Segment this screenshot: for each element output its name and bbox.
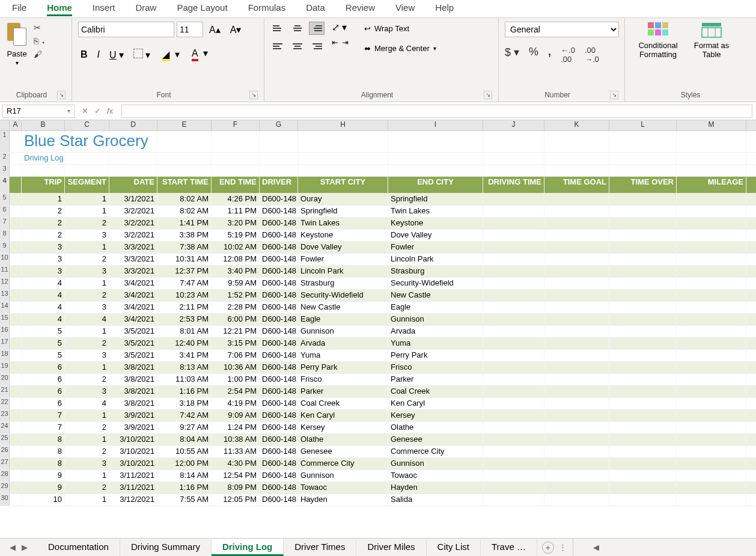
table-row[interactable]: 4TRIPSEGMENTDATESTART TIMEEND TIMEDRIVER… <box>0 177 756 194</box>
cell[interactable]: 8:04 AM <box>157 434 212 445</box>
cell[interactable] <box>609 290 677 301</box>
cell[interactable] <box>544 266 609 277</box>
cell[interactable] <box>10 131 22 152</box>
cell[interactable]: 2 <box>65 338 109 349</box>
cell[interactable]: Springfield <box>388 194 483 205</box>
cell[interactable]: 3:20 PM <box>212 218 260 229</box>
cell[interactable]: 4:26 PM <box>212 194 260 205</box>
cell[interactable] <box>677 410 746 421</box>
cell[interactable]: 3/12/2021 <box>109 494 157 506</box>
table-row[interactable]: 13423/4/202110:23 AM1:52 PMD600-148Secur… <box>0 290 756 302</box>
cell[interactable]: 3/10/2021 <box>109 446 157 457</box>
cell[interactable] <box>609 242 677 253</box>
cell[interactable] <box>260 165 298 176</box>
table-row[interactable]: 21633/8/20211:16 PM2:54 PMD600-148Parker… <box>0 386 756 398</box>
cell[interactable] <box>609 410 677 421</box>
cell[interactable]: 3/3/2021 <box>109 266 157 277</box>
cell[interactable] <box>609 314 677 325</box>
cell[interactable] <box>10 177 22 193</box>
cell[interactable] <box>544 218 609 229</box>
cell[interactable]: 3/4/2021 <box>109 314 157 325</box>
cell[interactable] <box>609 446 677 457</box>
cell[interactable]: 1 <box>65 494 109 506</box>
column-header-L[interactable]: L <box>609 120 677 130</box>
bold-button[interactable]: B <box>78 48 90 61</box>
conditional-formatting-button[interactable]: Conditional Formatting <box>631 22 685 59</box>
cell[interactable]: DATE <box>109 177 157 193</box>
table-row[interactable]: 15443/4/20212:53 PM6:00 PMD600-148EagleG… <box>0 314 756 326</box>
cell[interactable] <box>677 386 746 397</box>
cell[interactable]: 3/5/2021 <box>109 338 157 349</box>
cell[interactable]: Commerce City <box>298 458 388 469</box>
cell[interactable]: 1:16 PM <box>157 482 212 493</box>
font-color-button[interactable]: A ▾ <box>187 46 210 64</box>
cell[interactable] <box>544 410 609 421</box>
cell[interactable] <box>10 254 22 265</box>
cell[interactable]: SEGMENT <box>65 177 109 193</box>
cell[interactable]: DRIVING TIME <box>483 177 544 193</box>
select-all-corner[interactable] <box>0 120 10 130</box>
font-name-select[interactable] <box>78 22 174 37</box>
cell[interactable]: 2 <box>65 290 109 301</box>
cell[interactable]: D600-148 <box>260 398 298 409</box>
cell[interactable] <box>544 494 609 506</box>
underline-button[interactable]: U ▾ <box>107 48 126 62</box>
cell[interactable] <box>109 165 157 176</box>
tab-page-layout[interactable]: Page Layout <box>177 2 227 14</box>
cell[interactable]: 10:55 AM <box>157 446 212 457</box>
number-format-select[interactable]: General <box>505 22 619 37</box>
cell[interactable]: 1:41 PM <box>157 218 212 229</box>
increase-decimal-button[interactable]: ←.0.00 <box>561 46 575 64</box>
cell[interactable] <box>544 398 609 409</box>
cell[interactable] <box>544 314 609 325</box>
table-row[interactable]: 25813/10/20218:04 AM10:38 AMD600-148Olat… <box>0 434 756 446</box>
cell[interactable] <box>544 338 609 349</box>
cell[interactable] <box>10 206 22 217</box>
cell[interactable] <box>157 153 212 164</box>
table-row[interactable]: 23713/9/20217:42 AM9:09 AMD600-148Ken Ca… <box>0 410 756 422</box>
cell[interactable]: 4 <box>22 314 65 325</box>
cell[interactable]: D600-148 <box>260 422 298 433</box>
cell[interactable]: 12:05 PM <box>212 494 260 506</box>
cell[interactable] <box>544 302 609 313</box>
cell[interactable] <box>677 458 746 469</box>
cell[interactable]: Arvada <box>298 338 388 349</box>
scroll-left-button[interactable]: ◀ <box>591 543 602 552</box>
cell[interactable]: Security-Widefield <box>298 290 388 301</box>
cell[interactable]: Towaoc <box>388 470 483 481</box>
cell[interactable] <box>609 194 677 205</box>
accounting-format-button[interactable]: $ ▾ <box>505 46 519 64</box>
cell[interactable]: 3/3/2021 <box>109 254 157 265</box>
column-header-E[interactable]: E <box>157 120 212 130</box>
cell[interactable] <box>10 350 22 361</box>
cell[interactable] <box>483 374 544 385</box>
cell[interactable] <box>10 494 22 506</box>
cell[interactable]: New Castle <box>388 290 483 301</box>
row-header-25[interactable]: 25 <box>0 434 10 445</box>
cell[interactable] <box>298 153 388 164</box>
cell[interactable]: 3/4/2021 <box>109 278 157 289</box>
cell[interactable] <box>677 254 746 265</box>
cell[interactable]: Towaoc <box>298 482 388 493</box>
cell[interactable] <box>10 194 22 205</box>
cell[interactable]: Gunnison <box>298 470 388 481</box>
cell[interactable]: D600-148 <box>260 230 298 241</box>
align-center-button[interactable] <box>290 40 305 53</box>
table-row[interactable]: 17523/5/202112:40 PM3:15 PMD600-148Arvad… <box>0 338 756 350</box>
row-header-11[interactable]: 11 <box>0 266 10 277</box>
decrease-font-button[interactable]: A▾ <box>227 23 245 37</box>
row-header-12[interactable]: 12 <box>0 278 10 289</box>
cell[interactable] <box>10 446 22 457</box>
table-row[interactable]: 6213/2/20218:02 AM1:11 PMD600-148Springf… <box>0 206 756 218</box>
cell[interactable] <box>10 230 22 241</box>
cell[interactable] <box>544 458 609 469</box>
cell[interactable]: 2 <box>22 218 65 229</box>
cell[interactable]: 7:55 AM <box>157 494 212 506</box>
cell[interactable]: 2 <box>65 254 109 265</box>
cell[interactable]: D600-148 <box>260 338 298 349</box>
cell[interactable]: 3:15 PM <box>212 338 260 349</box>
row-header-5[interactable]: 5 <box>0 194 10 205</box>
cell[interactable]: 7:42 AM <box>157 410 212 421</box>
wrap-text-button[interactable]: ↩ Wrap Text <box>362 22 439 35</box>
row-header-8[interactable]: 8 <box>0 230 10 241</box>
